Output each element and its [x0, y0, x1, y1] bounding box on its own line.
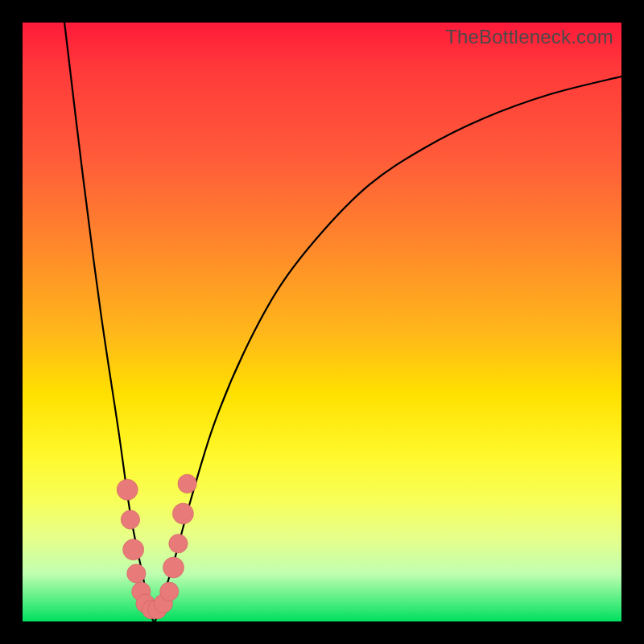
highlight-dot — [163, 557, 184, 578]
bottleneck-curve — [64, 23, 621, 621]
highlight-dot — [160, 582, 179, 601]
highlight-dot — [117, 479, 138, 500]
chart-plot-area: TheBottleneck.com — [23, 23, 621, 621]
highlight-dot-layer — [117, 474, 196, 619]
chart-svg — [23, 23, 621, 621]
highlight-dot — [172, 503, 193, 524]
highlight-dot — [169, 535, 188, 553]
highlight-dot — [121, 510, 139, 529]
highlight-dot — [178, 474, 196, 493]
highlight-dot — [127, 564, 146, 583]
chart-frame: TheBottleneck.com — [0, 0, 644, 644]
highlight-dot — [123, 539, 144, 560]
